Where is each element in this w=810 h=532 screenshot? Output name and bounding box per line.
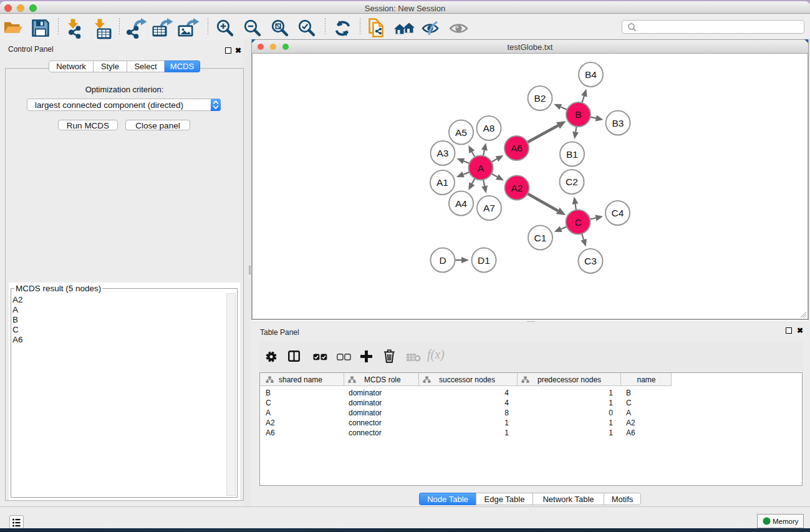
svg-text:A: A	[478, 163, 485, 173]
svg-text:B1: B1	[566, 149, 578, 160]
svg-text:A5: A5	[455, 127, 467, 138]
svg-text:A3: A3	[437, 148, 449, 158]
svg-text:A7: A7	[483, 203, 495, 213]
svg-text:C: C	[574, 217, 581, 228]
svg-text:A4: A4	[455, 198, 467, 209]
svg-text:C4: C4	[612, 208, 624, 218]
svg-text:C3: C3	[584, 256, 597, 266]
svg-text:C1: C1	[534, 233, 547, 243]
svg-text:B2: B2	[534, 93, 546, 104]
svg-text:A6: A6	[511, 143, 523, 153]
svg-text:D: D	[439, 255, 446, 266]
svg-text:A2: A2	[511, 183, 523, 193]
svg-text:A8: A8	[483, 123, 495, 133]
svg-text:A1: A1	[436, 177, 448, 188]
svg-text:B3: B3	[612, 118, 624, 128]
svg-text:B: B	[575, 109, 581, 120]
svg-text:B4: B4	[585, 69, 597, 80]
svg-text:D1: D1	[478, 255, 490, 266]
svg-text:C2: C2	[566, 177, 578, 187]
